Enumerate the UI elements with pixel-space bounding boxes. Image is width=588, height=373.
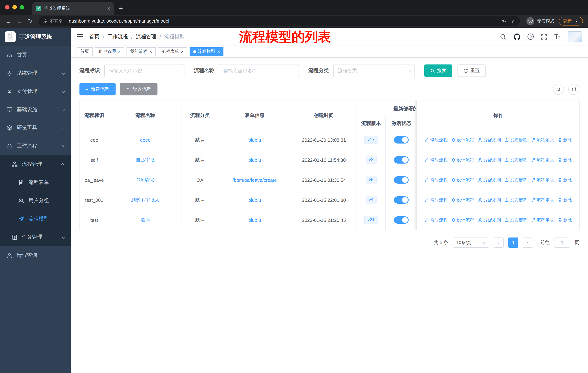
- action-edit[interactable]: 修改流程: [425, 157, 448, 163]
- font-size-icon[interactable]: [554, 33, 561, 40]
- sidebar-logo[interactable]: 芋道管理系统: [0, 28, 71, 46]
- sidebar-item-8[interactable]: 用户分组: [0, 192, 71, 210]
- name-input[interactable]: [219, 64, 299, 77]
- next-page-button[interactable]: ›: [523, 238, 533, 248]
- back-button[interactable]: ←: [4, 18, 13, 24]
- breadcrumb-item-home[interactable]: 首页: [89, 33, 100, 40]
- minimize-window-button[interactable]: [12, 5, 17, 10]
- sidebar-item-9[interactable]: 流程模型: [0, 210, 71, 228]
- action-publish[interactable]: 发布流程: [504, 197, 527, 203]
- action-definition[interactable]: 流程定义: [531, 197, 554, 203]
- tag-close-icon[interactable]: ×: [217, 49, 220, 54]
- form-info-link[interactable]: biubiu: [248, 217, 261, 223]
- action-definition[interactable]: 流程定义: [531, 177, 554, 183]
- close-window-button[interactable]: [5, 5, 10, 10]
- active-toggle[interactable]: [394, 156, 409, 163]
- browser-menu-icon[interactable]: ⋮: [574, 18, 579, 24]
- search-icon[interactable]: [500, 33, 506, 40]
- model-name-link[interactable]: eeee: [140, 137, 151, 143]
- active-toggle[interactable]: [394, 136, 409, 143]
- tag-4[interactable]: 流程模型×: [189, 47, 224, 56]
- action-definition[interactable]: 流程定义: [531, 157, 554, 163]
- tag-close-icon[interactable]: ×: [181, 49, 184, 54]
- action-design[interactable]: 设计流程: [451, 217, 474, 223]
- action-delete[interactable]: 删除: [558, 177, 572, 183]
- tab-close-icon[interactable]: ×: [107, 5, 110, 11]
- action-delete[interactable]: 删除: [558, 197, 572, 203]
- tag-3[interactable]: 流程表单×: [158, 47, 187, 56]
- sidebar-item-6[interactable]: 流程管理: [0, 155, 71, 173]
- toggle-search-button[interactable]: [553, 84, 564, 95]
- action-definition[interactable]: 流程定义: [531, 217, 554, 223]
- action-publish[interactable]: 发布流程: [504, 177, 527, 183]
- action-design[interactable]: 设计流程: [451, 197, 474, 203]
- action-assign[interactable]: 分配规则: [478, 197, 501, 203]
- action-edit[interactable]: 修改流程: [425, 137, 448, 143]
- action-assign[interactable]: 分配规则: [478, 177, 501, 183]
- action-assign[interactable]: 分配规则: [478, 217, 501, 223]
- bookmark-star-icon[interactable]: ☆: [511, 18, 515, 24]
- active-toggle[interactable]: [394, 176, 409, 184]
- sidebar-item-11[interactable]: 请假查询: [0, 246, 71, 264]
- action-delete[interactable]: 删除: [558, 137, 572, 143]
- sidebar-item-5[interactable]: 工作流程: [0, 137, 71, 155]
- form-info-link[interactable]: biubiu: [248, 137, 261, 143]
- address-bar[interactable]: 不安全 dashboard.yudao.iocoder.cn/bpm/manag…: [39, 16, 520, 26]
- action-design[interactable]: 设计流程: [451, 157, 474, 163]
- tag-2[interactable]: 我的流程×: [126, 47, 156, 56]
- user-avatar[interactable]: [567, 31, 582, 42]
- action-edit[interactable]: 修改流程: [425, 197, 448, 203]
- breadcrumb-item-workflow[interactable]: 工作流程: [107, 33, 128, 40]
- import-model-button[interactable]: 导入流程: [120, 83, 158, 95]
- prev-page-button[interactable]: ‹: [494, 238, 504, 248]
- form-info-link[interactable]: biubiu: [248, 157, 261, 163]
- browser-update-button[interactable]: 更新 ⋮: [559, 17, 583, 26]
- password-key-icon[interactable]: [501, 19, 506, 24]
- tag-close-icon[interactable]: ×: [149, 49, 152, 54]
- active-toggle[interactable]: [394, 216, 409, 224]
- zoom-window-button[interactable]: [20, 5, 24, 10]
- action-publish[interactable]: 发布流程: [504, 137, 527, 143]
- sidebar-item-2[interactable]: ¥支付管理: [0, 82, 71, 101]
- category-select[interactable]: 流程分类: [333, 64, 415, 77]
- action-edit[interactable]: 修改流程: [425, 217, 448, 223]
- forward-button[interactable]: →: [15, 18, 24, 24]
- model-name-link[interactable]: OA 请假: [136, 177, 154, 182]
- collapse-sidebar-icon[interactable]: [77, 34, 84, 40]
- help-icon[interactable]: ?: [527, 33, 534, 40]
- form-info-link[interactable]: biubiu: [248, 197, 261, 203]
- fullscreen-icon[interactable]: [541, 33, 547, 40]
- github-icon[interactable]: [513, 33, 521, 40]
- action-publish[interactable]: 发布流程: [504, 157, 527, 163]
- model-name-link[interactable]: 滔博: [141, 217, 150, 222]
- sidebar-item-4[interactable]: 研发工具: [0, 119, 71, 137]
- reset-button[interactable]: 重置: [458, 64, 486, 77]
- page-1-button[interactable]: 1: [508, 238, 518, 248]
- action-assign[interactable]: 分配规则: [478, 157, 501, 163]
- sidebar-item-1[interactable]: 系统管理: [0, 64, 71, 82]
- refresh-table-button[interactable]: [568, 84, 579, 95]
- security-chip[interactable]: 不安全: [43, 18, 63, 24]
- action-publish[interactable]: 发布流程: [504, 217, 527, 223]
- search-button[interactable]: 搜索: [424, 64, 452, 77]
- action-delete[interactable]: 删除: [558, 217, 572, 223]
- tag-close-icon[interactable]: ×: [118, 49, 120, 54]
- page-size-select[interactable]: 10条/页: [453, 238, 489, 248]
- create-model-button[interactable]: + 新建流程: [79, 83, 116, 95]
- model-name-link[interactable]: 测试多审批人: [131, 197, 159, 202]
- browser-tab[interactable]: 芋道管理系统 ×: [32, 2, 114, 15]
- active-toggle[interactable]: [394, 196, 409, 204]
- sidebar-item-7[interactable]: 流程表单: [0, 173, 71, 192]
- tag-1[interactable]: 租户管理×: [95, 47, 124, 56]
- tag-0[interactable]: 首页: [77, 47, 93, 56]
- new-tab-button[interactable]: +: [119, 5, 123, 12]
- sidebar-item-10[interactable]: 任务管理: [0, 228, 71, 246]
- action-definition[interactable]: 流程定义: [531, 137, 554, 143]
- key-input[interactable]: [104, 64, 184, 77]
- model-name-link[interactable]: 自己审批: [136, 157, 155, 162]
- reload-button[interactable]: ↻: [26, 18, 35, 24]
- form-info-link[interactable]: /bpm/oa/leave/create: [232, 177, 277, 183]
- sidebar-item-3[interactable]: 基础设施: [0, 101, 71, 119]
- sidebar-item-0[interactable]: 首页: [0, 46, 71, 64]
- action-design[interactable]: 设计流程: [451, 137, 474, 143]
